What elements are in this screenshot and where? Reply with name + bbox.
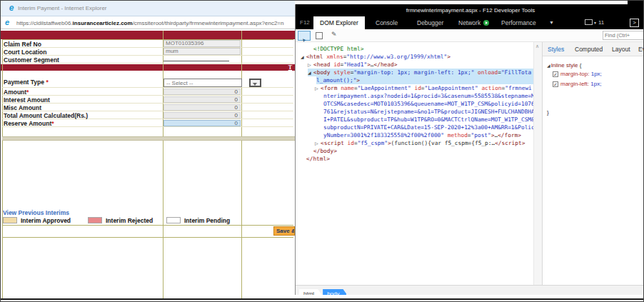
- ie-addressbar[interactable]: e https://cldilstaffweb06.insuranceartic…: [1, 16, 295, 29]
- legend-label: Interim Rejected: [106, 217, 153, 224]
- window-title: Interim Payment - Internet Explorer: [18, 5, 107, 11]
- tab-performance[interactable]: Performance: [501, 16, 536, 29]
- table-header-bar: [1, 31, 295, 39]
- underline-field[interactable]: [163, 61, 229, 61]
- expanded-arrow-icon[interactable]: ◢: [547, 64, 550, 68]
- closing-brace: }: [547, 109, 549, 116]
- dom-node[interactable]: l_amount();">: [316, 76, 533, 84]
- form-row: Customer Segment: [2, 56, 293, 64]
- more-tabs-chevron-icon[interactable]: ▼: [549, 16, 554, 29]
- highlight-element-button[interactable]: [316, 32, 323, 39]
- dom-node[interactable]: 761&rejstatus=N&rejstepname=&no1=TP&prod…: [323, 108, 533, 116]
- styles-tab-layout[interactable]: Layout: [612, 42, 630, 56]
- monitor-icon: [585, 19, 593, 25]
- form-row: Amount*0: [2, 88, 293, 96]
- dom-node[interactable]: ◢<body style="margin-top: 1px; margin-le…: [308, 69, 533, 76]
- field-label: Total Amount Calculated(Rs.): [4, 112, 88, 119]
- amount-field[interactable]: 0: [163, 120, 241, 126]
- field-label: Amount*: [4, 89, 29, 96]
- dom-tree: <!DOCTYPE html>◢<html xmlns="http://www.…: [296, 42, 533, 285]
- field-label: Payment Type *: [4, 79, 49, 86]
- required-asterisk: *: [26, 89, 29, 96]
- tab-dom-explorer[interactable]: DOM Explorer: [313, 16, 365, 29]
- dom-node[interactable]: I+PATEL&subproduct=TP&hub=W1TP&RO=0&MACT…: [323, 116, 533, 124]
- form-row: Interest Amount0: [2, 96, 293, 104]
- internet-explorer-icon: e: [6, 3, 16, 13]
- prop-checkbox[interactable]: ✓: [553, 81, 558, 87]
- styles-tab-computed[interactable]: Computed: [575, 42, 603, 56]
- styles-tab-styles[interactable]: Styles: [548, 42, 564, 56]
- dom-node[interactable]: subproductN=PRIVATE+CAR&LDate=15-SEP-202…: [323, 124, 533, 131]
- collapsed-arrow-icon[interactable]: ▷: [315, 139, 321, 147]
- text-field[interactable]: MOT01035396: [163, 40, 241, 47]
- legend-label: Interim Pending: [184, 217, 230, 224]
- field-label: Misc Amount: [4, 104, 41, 111]
- dom-node[interactable]: OTCSM&casedesc=MOT01035396&queuename=MOT…: [323, 100, 533, 108]
- style-prop-row: ✓margin-top: 1px;: [553, 69, 644, 79]
- section-header-text: T: [288, 64, 292, 71]
- device-count: 11: [598, 19, 604, 26]
- tab-console[interactable]: Console: [376, 16, 398, 29]
- color-picker-icon[interactable]: ✎: [331, 31, 337, 41]
- dropdown-arrow-button[interactable]: [249, 79, 261, 87]
- save-submit-button[interactable]: Save &: [273, 226, 295, 236]
- view-previous-interims-link[interactable]: View Previous Interims: [3, 209, 69, 216]
- chevron-down-icon: [253, 83, 257, 86]
- devtools-toolbar: ➤ ✎: [296, 29, 644, 42]
- collapsed-arrow-icon[interactable]: ▷: [308, 61, 313, 69]
- f12-label: F12: [300, 16, 310, 29]
- devtools-window: frmnewinterimpayment.aspx - F12 Develope…: [295, 4, 644, 295]
- form-area: T Claim Ref NoMOT01035396Court Locationm…: [1, 29, 295, 300]
- dom-node[interactable]: yNumber=3001%2f183325558%2f00%2f000" met…: [323, 131, 533, 139]
- field-label: Customer Segment: [4, 56, 59, 64]
- legend-swatch: [166, 217, 181, 223]
- legend-swatch: [3, 217, 17, 223]
- screenshot-root: e Interim Payment - Internet Explorer e …: [0, 0, 644, 302]
- dom-node[interactable]: </body>: [308, 147, 533, 155]
- field-label: Claim Ref No: [4, 41, 41, 48]
- text-field[interactable]: mum: [163, 48, 241, 55]
- legend-row: Interim ApprovedInterim RejectedInterim …: [1, 217, 293, 225]
- breadcrumb-body[interactable]: body: [323, 289, 346, 295]
- tab-debugger[interactable]: Debugger: [417, 16, 443, 29]
- table-border: [241, 31, 242, 298]
- amount-field[interactable]: 0: [163, 104, 241, 111]
- form-row: Claim Ref NoMOT01035396: [2, 40, 293, 48]
- caret-down-icon: ▾: [594, 21, 596, 25]
- collapsed-arrow-icon[interactable]: ▷: [315, 84, 321, 92]
- required-asterisk: *: [51, 120, 54, 127]
- form-row: Court Locationmum: [2, 48, 293, 56]
- breadcrumb-html[interactable]: html: [299, 289, 321, 295]
- expanded-arrow-icon[interactable]: ◢: [301, 53, 306, 61]
- dom-node[interactable]: ▷<head id="Head1">…</head>: [308, 61, 533, 69]
- dom-node[interactable]: ▷<form name="LaeAppointment" id="LaeAppo…: [315, 84, 533, 92]
- table-border: [163, 31, 163, 298]
- dom-scrollbar[interactable]: ∧: [533, 42, 542, 285]
- select-element-button[interactable]: ➤: [298, 31, 311, 41]
- url-text[interactable]: https://cldilstaffweb06.insurancearticle…: [16, 20, 292, 26]
- amount-field[interactable]: 0: [163, 112, 241, 119]
- device-emulation-button[interactable]: ▾11: [585, 16, 604, 29]
- form-row: Reserve Amount*0: [2, 119, 293, 127]
- prop-checkbox[interactable]: ✓: [553, 71, 558, 77]
- scroll-up-icon[interactable]: ∧: [535, 44, 539, 49]
- expanded-arrow-icon[interactable]: ◢: [308, 69, 313, 76]
- undock-arrow-button[interactable]: >: [630, 19, 639, 27]
- dom-node[interactable]: </html>: [301, 155, 533, 163]
- payment-type-select[interactable]: -- Select --: [163, 79, 242, 87]
- field-label: Reserve Amount*: [4, 120, 54, 127]
- dom-node[interactable]: ▷<script id="f5_cspm">(function(){var f5…: [315, 139, 533, 147]
- amount-field[interactable]: 0: [163, 96, 241, 103]
- dom-node[interactable]: nterimpayment.aspx?nodeid=1&procid=3&cas…: [323, 92, 533, 100]
- dom-node[interactable]: ◢<html xmlns="http://www.w3.org/1999/xht…: [301, 53, 533, 61]
- internet-explorer-page-icon: e: [5, 18, 14, 27]
- required-asterisk: *: [46, 79, 48, 86]
- ie-window: e Interim Payment - Internet Explorer e …: [1, 1, 295, 300]
- tab-network[interactable]: Network: [458, 16, 489, 29]
- find-input[interactable]: [603, 31, 644, 40]
- amount-field[interactable]: 0: [163, 89, 241, 95]
- field-label: Court Location: [4, 49, 46, 56]
- styles-tab-ev[interactable]: Ev: [638, 42, 644, 56]
- dom-node[interactable]: <!DOCTYPE html>: [308, 45, 533, 53]
- styles-panel-tabs: StylesComputedLayoutEv: [543, 42, 644, 56]
